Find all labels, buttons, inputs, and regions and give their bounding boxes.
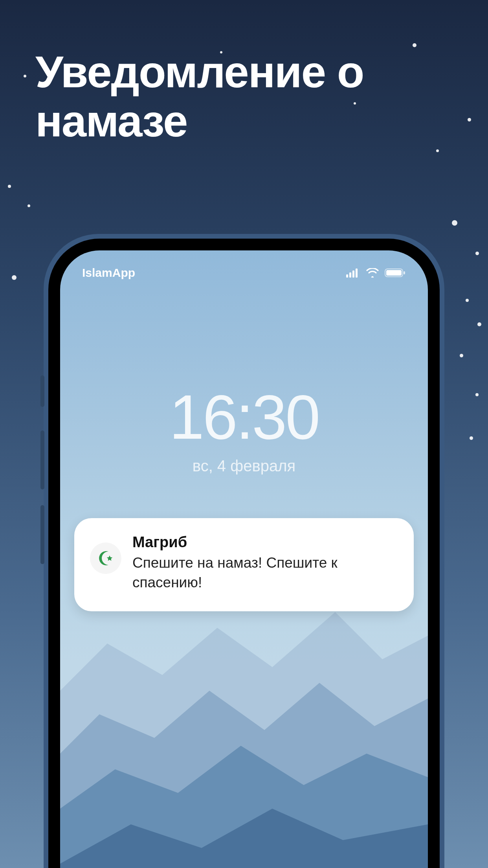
notification-body: Спешите на намаз! Спешите к спасению! <box>132 553 396 592</box>
lockscreen-clock: 16:30 вс, 4 февраля <box>60 386 428 475</box>
notification-card[interactable]: Магриб Спешите на намаз! Спешите к спасе… <box>74 518 414 611</box>
clock-time: 16:30 <box>60 386 428 449</box>
mountains-background <box>60 573 428 868</box>
svg-rect-3 <box>356 268 358 278</box>
page-title: Уведомление о намазе <box>35 47 464 146</box>
notification-title: Магриб <box>132 534 396 551</box>
status-bar: IslamApp <box>60 250 428 280</box>
svg-rect-2 <box>352 270 354 278</box>
crescent-star-icon <box>90 542 121 574</box>
wifi-icon <box>366 268 379 278</box>
svg-rect-1 <box>349 272 351 278</box>
cellular-icon <box>346 268 360 278</box>
carrier-name: IslamApp <box>82 266 135 280</box>
svg-rect-6 <box>404 271 405 274</box>
battery-icon <box>385 268 406 278</box>
svg-rect-0 <box>346 274 348 278</box>
clock-date: вс, 4 февраля <box>60 457 428 475</box>
phone-screen: IslamApp <box>60 250 428 868</box>
svg-rect-5 <box>386 270 402 276</box>
phone-mockup: IslamApp <box>44 234 444 868</box>
